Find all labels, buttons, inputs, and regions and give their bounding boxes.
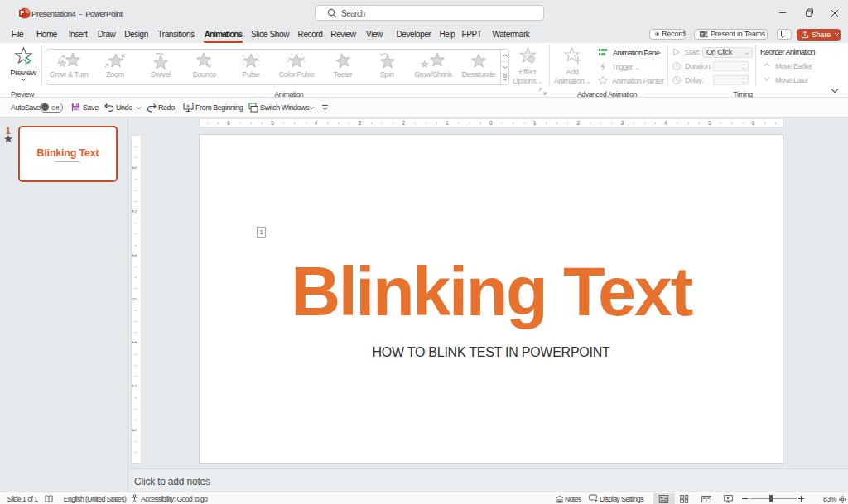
- svg-text:T: T: [701, 32, 704, 37]
- svg-text:P: P: [20, 10, 24, 16]
